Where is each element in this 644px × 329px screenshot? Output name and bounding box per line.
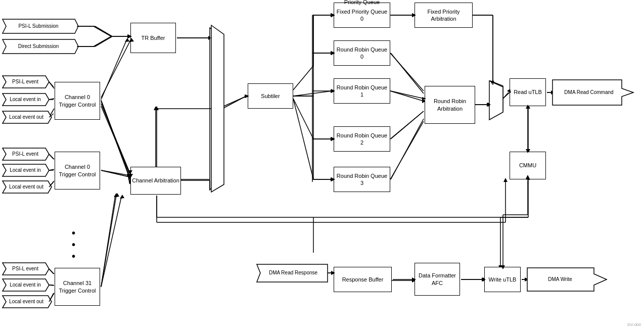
read-utlb-label: Read uTLB <box>514 88 542 96</box>
svg-marker-115 <box>3 279 49 291</box>
svg-text:Local event out: Local event out <box>9 184 43 190</box>
svg-line-18 <box>101 100 129 174</box>
svg-marker-121 <box>553 80 633 105</box>
svg-line-162 <box>391 91 424 99</box>
fixed-arb-box: Fixed Priority Arbitration <box>415 3 473 28</box>
read-utlb-box: Read uTLB <box>510 78 546 106</box>
svg-marker-111 <box>3 181 52 193</box>
svg-marker-123 <box>527 268 607 291</box>
write-utlb-box: Write uTLB <box>484 267 521 292</box>
svg-line-81 <box>49 99 54 100</box>
svg-line-43 <box>390 111 424 139</box>
svg-line-161 <box>391 53 424 93</box>
diagram-container: TR Buffer Channel Arbitration Subtiler F… <box>0 0 644 329</box>
svg-marker-74 <box>526 179 530 180</box>
svg-line-9 <box>222 96 246 109</box>
svg-text:DMA Read Command: DMA Read Command <box>564 89 613 95</box>
svg-marker-50 <box>488 103 492 107</box>
svg-marker-133 <box>211 25 224 192</box>
svg-text:Local event in: Local event in <box>10 167 41 173</box>
svg-text:Direct Submission: Direct Submission <box>18 43 59 49</box>
svg-marker-191 <box>503 178 508 182</box>
svg-line-139 <box>101 40 130 98</box>
svg-line-82 <box>49 109 54 117</box>
svg-line-134 <box>224 96 247 106</box>
svg-marker-8 <box>210 28 222 190</box>
cmmu-box: CMMU <box>510 152 546 179</box>
ch31-trigger-label: Channel 31 Trigger Control <box>56 279 99 294</box>
svg-text:DMA Read Response: DMA Read Response <box>269 270 318 275</box>
write-utlb-label: Write uTLB <box>489 276 517 283</box>
rr-arb-label: Round Robin Arbitration <box>426 98 474 112</box>
svg-line-87 <box>49 285 54 286</box>
ch0-trigger2-box: Channel 0 Trigger Control <box>55 152 100 190</box>
svg-text:Local event out: Local event out <box>9 114 43 120</box>
subtiler-box: Subtiler <box>248 83 293 109</box>
svg-line-16 <box>101 101 130 180</box>
svg-line-36 <box>293 99 313 179</box>
svg-line-89 <box>101 40 126 100</box>
svg-text:PSI-L event: PSI-L event <box>12 79 38 84</box>
rr-q1-box: Round Robin Queue 1 <box>334 78 390 104</box>
fixed-pq0-box: Fixed Priority Queue 0 <box>334 3 390 28</box>
tr-buffer-label: TR Buffer <box>142 34 165 41</box>
svg-text:Local event in: Local event in <box>10 97 41 102</box>
svg-line-93 <box>101 170 129 177</box>
svg-line-51 <box>503 92 510 99</box>
svg-line-20 <box>101 170 129 177</box>
ch0-trigger2-label: Channel 0 Trigger Control <box>56 163 99 178</box>
svg-marker-90 <box>125 38 129 42</box>
svg-line-86 <box>49 269 54 274</box>
svg-marker-137 <box>154 106 158 110</box>
svg-line-2 <box>94 26 111 36</box>
svg-marker-99 <box>3 39 78 54</box>
svg-line-163 <box>391 111 424 139</box>
svg-marker-169 <box>491 79 495 83</box>
svg-marker-109 <box>3 164 49 176</box>
fixed-arb-label: Fixed Priority Arbitration <box>416 8 471 23</box>
ch0-trigger1-box: Channel 0 Trigger Control <box>55 82 100 120</box>
svg-text:Local event in: Local event in <box>10 282 41 288</box>
svg-marker-68 <box>525 277 529 281</box>
response-buffer-label: Response Buffer <box>342 276 384 283</box>
svg-line-91 <box>101 106 129 173</box>
ch0-trigger1-label: Channel 0 Trigger Control <box>56 93 99 108</box>
svg-text:DMA Write: DMA Write <box>548 276 572 282</box>
svg-marker-101 <box>3 76 49 88</box>
ch31-trigger-box: Channel 31 Trigger Control <box>55 268 100 306</box>
svg-text:PSI-L event: PSI-L event <box>12 266 38 271</box>
svg-line-44 <box>390 121 424 179</box>
rr-q1-label: Round Robin Queue 1 <box>335 84 389 99</box>
rr-q0-label: Round Robin Queue 0 <box>335 46 389 61</box>
rr-q2-box: Round Robin Queue 2 <box>334 126 390 152</box>
subtiler-label: Subtiler <box>261 92 280 100</box>
svg-line-172 <box>503 92 509 99</box>
svg-line-128 <box>95 26 112 36</box>
svg-line-164 <box>391 119 424 179</box>
channel-arbitration-label: Channel Arbitration <box>132 177 179 184</box>
svg-marker-48 <box>490 81 503 119</box>
svg-marker-54 <box>551 90 555 95</box>
svg-text:PSI-L Submission: PSI-L Submission <box>18 23 58 29</box>
ellipsis-dots: ••• <box>72 227 76 262</box>
svg-text:Local event out: Local event out <box>9 299 43 304</box>
svg-marker-117 <box>3 296 52 308</box>
svg-text:PSI-L event: PSI-L event <box>12 151 38 157</box>
svg-line-88 <box>49 293 54 302</box>
svg-line-95 <box>101 196 115 287</box>
rr-q3-box: Round Robin Queue 3 <box>334 167 390 192</box>
svg-line-196 <box>49 114 54 117</box>
svg-line-31 <box>293 91 332 96</box>
tr-buffer-box: TR Buffer <box>130 23 176 53</box>
svg-line-42 <box>390 91 424 101</box>
rr-q3-label: Round Robin Queue 3 <box>335 172 389 187</box>
svg-line-194 <box>49 82 54 87</box>
svg-line-3 <box>94 36 111 46</box>
cmmu-label: CMMU <box>519 162 536 169</box>
data-formatter-label: Data Formatter AFC <box>416 272 458 287</box>
svg-marker-14 <box>155 106 159 110</box>
svg-line-197 <box>49 154 54 159</box>
svg-line-84 <box>49 169 54 170</box>
svg-marker-97 <box>3 19 78 33</box>
channel-arbitration-box: Channel Arbitration <box>130 167 181 195</box>
